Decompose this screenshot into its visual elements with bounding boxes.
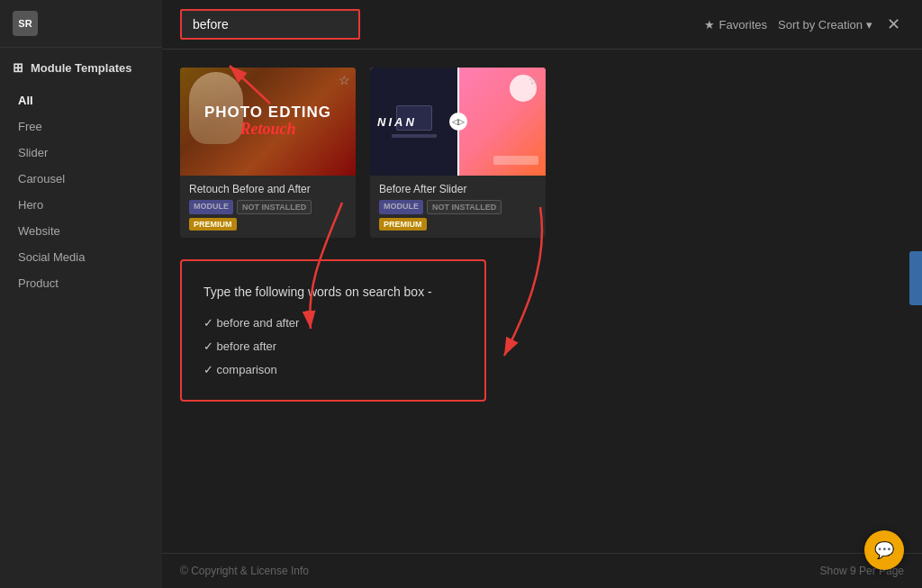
cards-grid: PHOTO EDTING Retouch ☆ Retouch Before an… bbox=[180, 68, 904, 238]
info-box-item-1: ✓ before and after bbox=[203, 312, 463, 335]
badge-module-before-after: MODULE bbox=[379, 200, 423, 214]
badge-not-installed-retouch: NOT INSTALLED bbox=[237, 200, 312, 214]
sidebar-item-carousel[interactable]: Carousel bbox=[0, 166, 162, 192]
sidebar: SR ⊞ Module Templates All Free Slider Ca… bbox=[0, 0, 162, 588]
card-badges-before-after: MODULE NOT INSTALLED PREMIUM bbox=[379, 200, 537, 231]
template-card-before-after[interactable]: ◁▷ NIAN ☆ Before After Slider MODULE NOT… bbox=[370, 68, 546, 238]
badge-not-installed-before-after: NOT INSTALLED bbox=[427, 200, 502, 214]
card-badges-retouch: MODULE NOT INSTALLED PREMIUM bbox=[189, 200, 347, 231]
badge-premium-before-after: PREMIUM bbox=[379, 218, 427, 231]
card-favorite-btn-retouch[interactable]: ☆ bbox=[339, 73, 350, 87]
close-button[interactable]: ✕ bbox=[883, 14, 904, 34]
card-favorite-btn-before-after[interactable]: ☆ bbox=[529, 73, 540, 87]
card-info-retouch: Retouch Before and After MODULE NOT INST… bbox=[180, 176, 356, 238]
sidebar-item-hero[interactable]: Hero bbox=[0, 192, 162, 218]
card-title-before-after: Before After Slider bbox=[379, 183, 537, 195]
chevron-down-icon: ▾ bbox=[866, 18, 872, 32]
sidebar-item-social-media[interactable]: Social Media bbox=[0, 244, 162, 270]
sidebar-section-header: ⊞ Module Templates bbox=[0, 48, 162, 84]
footer-copyright: © Copyright & License Info bbox=[180, 565, 309, 577]
footer: © Copyright & License Info Show 9 Per Pa… bbox=[162, 553, 922, 588]
scroll-indicator[interactable] bbox=[909, 251, 922, 305]
card-thumbnail-before-after: ◁▷ NIAN ☆ bbox=[370, 68, 546, 176]
search-input[interactable] bbox=[180, 9, 360, 40]
favorites-button[interactable]: ★ Favorites bbox=[704, 18, 767, 32]
sidebar-nav: All Free Slider Carousel Hero Website So… bbox=[0, 84, 162, 300]
badge-module-retouch: MODULE bbox=[189, 200, 233, 214]
main-panel: ★ Favorites Sort by Creation ▾ ✕ bbox=[162, 0, 922, 588]
template-card-retouch[interactable]: PHOTO EDTING Retouch ☆ Retouch Before an… bbox=[180, 68, 356, 238]
sort-button[interactable]: Sort by Creation ▾ bbox=[778, 18, 872, 32]
sidebar-item-all[interactable]: All bbox=[0, 87, 162, 113]
info-box-item-3: ✓ comparison bbox=[203, 358, 463, 382]
chat-bubble-button[interactable]: 💬 bbox=[864, 530, 904, 570]
badge-premium-retouch: PREMIUM bbox=[189, 218, 237, 231]
thumb-neon-bg: ◁▷ NIAN bbox=[370, 68, 546, 176]
card-title-retouch: Retouch Before and After bbox=[189, 183, 347, 195]
card-thumbnail-retouch: PHOTO EDTING Retouch ☆ bbox=[180, 68, 356, 176]
sidebar-section-label: Module Templates bbox=[31, 61, 131, 75]
sidebar-item-slider[interactable]: Slider bbox=[0, 140, 162, 166]
topbar: ★ Favorites Sort by Creation ▾ ✕ bbox=[162, 0, 922, 50]
info-box: Type the following words on search box -… bbox=[180, 259, 486, 402]
module-templates-icon: ⊞ bbox=[13, 60, 23, 75]
sort-label: Sort by Creation bbox=[778, 18, 863, 32]
thumb-slider-handle: ◁▷ bbox=[449, 113, 467, 131]
sidebar-item-product[interactable]: Product bbox=[0, 270, 162, 296]
star-icon: ★ bbox=[704, 18, 715, 32]
card-info-before-after: Before After Slider MODULE NOT INSTALLED… bbox=[370, 176, 546, 238]
info-box-title: Type the following words on search box - bbox=[203, 279, 463, 304]
favorites-label: Favorites bbox=[719, 18, 767, 32]
chat-icon: 💬 bbox=[874, 540, 894, 560]
content-area: PHOTO EDTING Retouch ☆ Retouch Before an… bbox=[162, 50, 922, 553]
sidebar-item-website[interactable]: Website bbox=[0, 218, 162, 244]
sidebar-logo: SR bbox=[0, 0, 162, 48]
thumb-retouch-bg: PHOTO EDTING Retouch bbox=[180, 68, 356, 176]
app-logo: SR bbox=[13, 11, 38, 36]
sidebar-item-free[interactable]: Free bbox=[0, 113, 162, 140]
info-box-item-2: ✓ before after bbox=[203, 335, 463, 358]
